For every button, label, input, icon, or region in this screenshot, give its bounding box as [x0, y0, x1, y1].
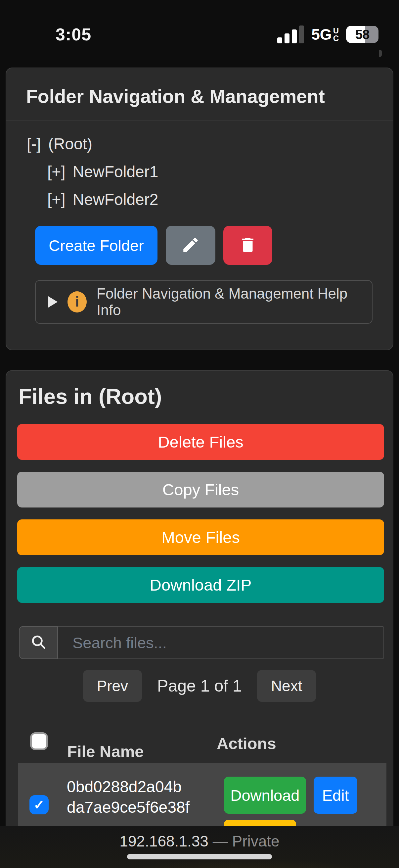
edit-file-button[interactable]: Edit: [313, 777, 357, 814]
cellular-signal-icon: [277, 26, 304, 43]
disclosure-triangle-icon[interactable]: [48, 296, 58, 308]
folder-card-title: Folder Navigation & Management: [26, 85, 325, 107]
trash-icon: [238, 236, 257, 255]
info-icon: i: [67, 291, 87, 312]
tree-toggle[interactable]: [+]: [47, 190, 66, 209]
network-sub-label: U C: [333, 27, 339, 42]
delete-files-button[interactable]: Delete Files: [17, 424, 384, 460]
network-label: 5G: [311, 26, 332, 43]
file-name-cell: 0bd0288d2a04b da7ae9ce5f6e38f: [67, 777, 190, 818]
help-disclosure[interactable]: i Folder Navigation & Management Help In…: [35, 280, 372, 324]
search-input[interactable]: [58, 633, 384, 652]
url-text[interactable]: 192.168.1.33: [120, 833, 208, 850]
select-all-checkbox[interactable]: [30, 732, 48, 750]
privacy-label: — Private: [208, 833, 279, 850]
tree-toggle[interactable]: [+]: [47, 162, 66, 181]
file-search: [19, 626, 384, 659]
tree-label[interactable]: (Root): [48, 135, 92, 153]
clock: 3:05: [56, 25, 91, 44]
pencil-icon: [181, 236, 200, 255]
help-summary-label: Folder Navigation & Management Help Info: [97, 285, 359, 318]
download-zip-button[interactable]: Download ZIP: [17, 567, 384, 603]
delete-folder-button[interactable]: [223, 226, 272, 265]
network-type: 5G U C: [311, 26, 339, 43]
tree-item-newfolder1[interactable]: [+] NewFolder1: [27, 158, 158, 185]
files-card-title: Files in (Root): [19, 384, 162, 409]
home-indicator[interactable]: [127, 854, 272, 859]
files-card: Files in (Root) Delete Files Copy Files …: [6, 370, 393, 868]
folder-tree: [-] (Root) [+] NewFolder1 [+] NewFolder2: [27, 130, 158, 213]
tree-item-newfolder2[interactable]: [+] NewFolder2: [27, 185, 158, 213]
folder-navigation-card: Folder Navigation & Management [-] (Root…: [6, 67, 393, 350]
battery-icon: 58: [346, 26, 378, 43]
tree-label[interactable]: NewFolder2: [73, 190, 159, 209]
rename-folder-button[interactable]: [166, 226, 215, 265]
page-status: Page 1 of 1: [157, 676, 242, 695]
search-icon: [30, 633, 47, 652]
prev-page-button[interactable]: Prev: [83, 670, 142, 702]
status-bar: 3:05 5G U C 58: [0, 19, 399, 50]
address-bar[interactable]: 192.168.1.33 — Private: [0, 832, 399, 850]
copy-files-button[interactable]: Copy Files: [17, 472, 384, 507]
battery-nub: [379, 50, 382, 57]
pagination: Prev Page 1 of 1 Next: [6, 670, 393, 702]
next-page-button[interactable]: Next: [257, 670, 316, 702]
card-divider: [6, 121, 393, 121]
row-checkbox-checked[interactable]: ✓: [29, 795, 48, 814]
browser-toolbar: 192.168.1.33 — Private: [0, 826, 399, 868]
battery-percent: 58: [355, 27, 370, 42]
status-bar-right: 5G U C 58: [277, 26, 378, 43]
tree-item-root[interactable]: [-] (Root): [27, 130, 158, 158]
column-header-actions: Actions: [217, 734, 276, 753]
search-input-wrap: [58, 626, 384, 659]
create-folder-button[interactable]: Create Folder: [35, 226, 158, 265]
download-file-button[interactable]: Download: [224, 777, 306, 814]
checkmark-icon: ✓: [33, 797, 45, 812]
move-files-button[interactable]: Move Files: [17, 519, 384, 555]
tree-toggle[interactable]: [-]: [27, 135, 41, 153]
column-header-file-name: File Name: [67, 742, 143, 761]
search-icon-box: [19, 626, 58, 659]
tree-label[interactable]: NewFolder1: [73, 162, 159, 181]
